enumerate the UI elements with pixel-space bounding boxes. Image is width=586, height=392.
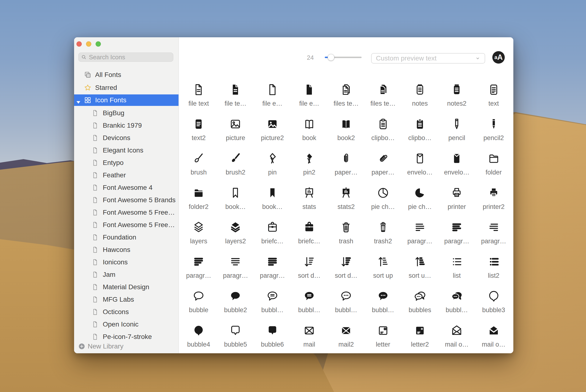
icon-cell-37-layers2[interactable]: layers2 <box>217 213 254 248</box>
icon-cell-57-bubbl-[interactable]: bubbl… <box>291 282 328 316</box>
icon-cell-22-paper-[interactable]: paper… <box>328 144 364 178</box>
icon-cell-3-file-e-[interactable]: file e… <box>291 75 328 110</box>
icon-cell-39-briefc-[interactable]: briefc… <box>291 213 328 248</box>
sidebar-library-pe-icon-7-stroke[interactable]: Pe-icon-7-stroke <box>74 330 178 343</box>
disclosure-triangle-icon[interactable] <box>76 98 80 106</box>
sidebar-library-bigbug[interactable]: BigBug <box>74 107 178 119</box>
icon-cell-30-stats[interactable]: stats <box>291 178 328 213</box>
icon-cell-62-bubble3[interactable]: bubble3 <box>475 282 512 316</box>
sidebar-library-devicons[interactable]: Devicons <box>74 132 178 144</box>
icon-cell-31-stats2[interactable]: stats2 <box>328 178 364 213</box>
icon-cell-41-trash2[interactable]: trash2 <box>364 213 401 248</box>
icon-cell-24-envelo-[interactable]: envelo… <box>402 144 438 178</box>
icon-cell-20-pin[interactable]: pin <box>254 144 291 178</box>
icon-cell-40-trash[interactable]: trash <box>328 213 364 248</box>
sidebar-library-foundation[interactable]: Foundation <box>74 231 178 244</box>
close-button[interactable] <box>76 41 82 46</box>
sidebar-library-elegant-icons[interactable]: Elegant Icons <box>74 144 178 156</box>
icon-cell-48-sort-d-[interactable]: sort d… <box>291 248 328 282</box>
icon-cell-16-pencil[interactable]: pencil <box>438 110 475 144</box>
icon-cell-2-file-e-[interactable]: file e… <box>254 75 291 110</box>
icon-cell-15-clipbo-[interactable]: clipbo… <box>402 110 438 144</box>
sidebar-item-icon-fonts[interactable]: Icon Fonts <box>74 94 178 106</box>
icon-cell-0-file-text[interactable]: file text <box>180 75 217 110</box>
icon-cell-52-list[interactable]: list <box>438 248 475 282</box>
sidebar-library-octicons[interactable]: Octicons <box>74 306 178 318</box>
sidebar-library-font-awesome-5-free-[interactable]: Font Awesome 5 Free… <box>74 219 178 231</box>
icon-cell-36-layers[interactable]: layers <box>180 213 217 248</box>
search-input[interactable] <box>88 53 171 61</box>
icon-cell-4-files-te-[interactable]: files te… <box>328 75 364 110</box>
icon-cell-5-files-te-[interactable]: files te… <box>364 75 401 110</box>
icon-cell-70-mail-o-[interactable]: mail o… <box>438 316 475 351</box>
icon-cell-12-book[interactable]: book <box>291 110 328 144</box>
slider-thumb[interactable] <box>328 54 334 61</box>
icon-cell-51-sort-u-[interactable]: sort u… <box>402 248 438 282</box>
icon-cell-53-list2[interactable]: list2 <box>475 248 512 282</box>
icon-cell-1-file-te-[interactable]: file te… <box>217 75 254 110</box>
icon-cell-69-letter2[interactable]: letter2 <box>402 316 438 351</box>
icon-cell-35-printer2[interactable]: printer2 <box>475 178 512 213</box>
new-library-button[interactable]: New Library <box>78 343 123 350</box>
icon-cell-33-pie-ch-[interactable]: pie ch… <box>402 178 438 213</box>
icon-cell-9-text2[interactable]: text2 <box>180 110 217 144</box>
sidebar-library-font-awesome-5-free-[interactable]: Font Awesome 5 Free… <box>74 206 178 219</box>
icon-cell-60-bubbles[interactable]: bubbles <box>402 282 438 316</box>
icon-cell-10-picture[interactable]: picture <box>217 110 254 144</box>
icon-cell-26-folder[interactable]: folder <box>475 144 512 178</box>
sidebar-library-font-awesome-5-brands[interactable]: Font Awesome 5 Brands <box>74 194 178 206</box>
sidebar-library-mfg-labs[interactable]: MFG Labs <box>74 293 178 306</box>
preview-text-dropdown[interactable]: Custom preview text <box>371 53 485 64</box>
icon-cell-18-brush[interactable]: brush <box>180 144 217 178</box>
sidebar-library-ionicons[interactable]: Ionicons <box>74 256 178 268</box>
icon-cell-8-text[interactable]: text <box>475 75 512 110</box>
icon-cell-14-clipbo-[interactable]: clipbo… <box>364 110 401 144</box>
icon-cell-65-bubble6[interactable]: bubble6 <box>254 316 291 351</box>
text-case-button[interactable]: aA <box>492 51 505 64</box>
minimize-button[interactable] <box>86 41 91 46</box>
icon-cell-34-printer[interactable]: printer <box>438 178 475 213</box>
icon-cell-28-book-[interactable]: book… <box>217 178 254 213</box>
icon-cell-45-paragr-[interactable]: paragr… <box>180 248 217 282</box>
icon-cell-23-paper-[interactable]: paper… <box>364 144 401 178</box>
sidebar-item-starred[interactable]: Starred <box>74 82 178 94</box>
icon-cell-46-paragr-[interactable]: paragr… <box>217 248 254 282</box>
icon-cell-49-sort-d-[interactable]: sort d… <box>328 248 364 282</box>
icon-cell-38-briefc-[interactable]: briefc… <box>254 213 291 248</box>
icon-cell-42-paragr-[interactable]: paragr… <box>402 213 438 248</box>
sidebar-library-font-awesome-4[interactable]: Font Awesome 4 <box>74 182 178 194</box>
icon-cell-56-bubbl-[interactable]: bubbl… <box>254 282 291 316</box>
icon-cell-43-paragr-[interactable]: paragr… <box>438 213 475 248</box>
icon-cell-61-bubbl-[interactable]: bubbl… <box>438 282 475 316</box>
icon-cell-11-picture2[interactable]: picture2 <box>254 110 291 144</box>
icon-cell-17-pencil2[interactable]: pencil2 <box>475 110 512 144</box>
icon-cell-32-pie-ch-[interactable]: pie ch… <box>364 178 401 213</box>
zoom-button[interactable] <box>96 41 101 46</box>
icon-cell-19-brush2[interactable]: brush2 <box>217 144 254 178</box>
icon-cell-59-bubbl-[interactable]: bubbl… <box>364 282 401 316</box>
search-field[interactable] <box>78 52 173 62</box>
icon-cell-50-sort-up[interactable]: sort up <box>364 248 401 282</box>
icon-cell-66-mail[interactable]: mail <box>291 316 328 351</box>
sidebar-library-jam[interactable]: Jam <box>74 268 178 281</box>
sidebar-library-brankic-1979[interactable]: Brankic 1979 <box>74 119 178 132</box>
icon-cell-6-notes[interactable]: notes <box>402 75 438 110</box>
icon-cell-27-folder2[interactable]: folder2 <box>180 178 217 213</box>
icon-cell-67-mail2[interactable]: mail2 <box>328 316 364 351</box>
icon-cell-21-pin2[interactable]: pin2 <box>291 144 328 178</box>
icon-cell-44-paragr-[interactable]: paragr… <box>475 213 512 248</box>
sidebar-library-hawcons[interactable]: Hawcons <box>74 244 178 256</box>
sidebar-library-open-iconic[interactable]: Open Iconic <box>74 318 178 330</box>
sidebar-library-entypo[interactable]: Entypo <box>74 156 178 169</box>
icon-cell-71-mail-o-[interactable]: mail o… <box>475 316 512 351</box>
icon-cell-63-bubble4[interactable]: bubble4 <box>180 316 217 351</box>
icon-cell-68-letter[interactable]: letter <box>364 316 401 351</box>
icon-cell-13-book2[interactable]: book2 <box>328 110 364 144</box>
sidebar-item-all-fonts[interactable]: All Fonts <box>74 69 178 80</box>
icon-cell-54-bubble[interactable]: bubble <box>180 282 217 316</box>
icon-cell-7-notes2[interactable]: notes2 <box>438 75 475 110</box>
sidebar-library-feather[interactable]: Feather <box>74 169 178 182</box>
icon-cell-64-bubble5[interactable]: bubble5 <box>217 316 254 351</box>
icon-cell-29-book-[interactable]: book… <box>254 178 291 213</box>
icon-cell-55-bubble2[interactable]: bubble2 <box>217 282 254 316</box>
